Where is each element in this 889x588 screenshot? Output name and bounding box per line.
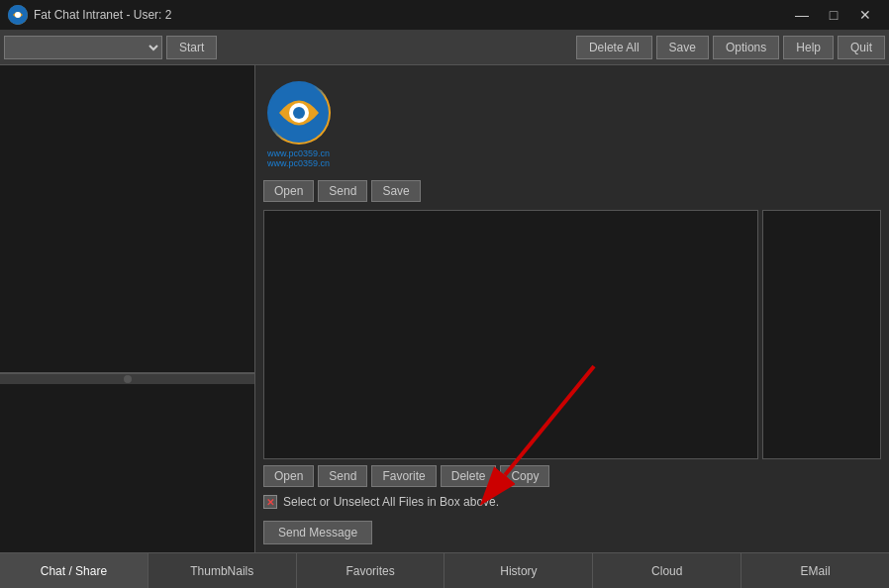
tab-chat-share[interactable]: Chat / Share xyxy=(0,553,148,588)
copy-button[interactable]: Copy xyxy=(500,465,549,487)
tab-favorites[interactable]: Favorites xyxy=(297,553,445,588)
watermark-line1: www.pc0359.cn xyxy=(267,148,330,158)
save-button-1[interactable]: Save xyxy=(371,180,420,202)
maximize-button[interactable]: □ xyxy=(818,5,849,25)
close-button[interactable]: ✕ xyxy=(849,5,881,25)
left-bottom-area xyxy=(0,384,254,552)
open-button-2[interactable]: Open xyxy=(263,465,314,487)
logo-area: www.pc0359.cn www.pc0359.cn xyxy=(263,73,881,172)
toolbar: Start Delete All Save Options Help Quit xyxy=(0,30,889,65)
files-side-box xyxy=(762,210,881,459)
tab-email[interactable]: EMail xyxy=(741,553,889,588)
start-button[interactable]: Start xyxy=(166,36,217,59)
title-bar-text: Fat Chat Intranet - User: 2 xyxy=(34,8,786,22)
user-select[interactable] xyxy=(4,36,162,59)
tab-thumbnails[interactable]: ThumbNails xyxy=(148,553,297,588)
checkbox-row: ✕ Select or Unselect All Files in Box ab… xyxy=(263,493,881,511)
svg-point-1 xyxy=(15,12,21,18)
tab-history[interactable]: History xyxy=(444,553,593,588)
select-all-checkbox[interactable]: ✕ xyxy=(263,495,277,509)
logo-circle xyxy=(267,81,331,145)
open-button-1[interactable]: Open xyxy=(263,180,314,202)
minimize-button[interactable]: — xyxy=(786,5,818,25)
send-button-1[interactable]: Send xyxy=(318,180,367,202)
favorite-button[interactable]: Favorite xyxy=(371,465,436,487)
save-button[interactable]: Save xyxy=(656,36,709,59)
files-area xyxy=(263,210,881,459)
left-divider xyxy=(0,374,254,384)
delete-button[interactable]: Delete xyxy=(441,465,497,487)
quit-button[interactable]: Quit xyxy=(838,36,885,59)
delete-all-button[interactable]: Delete All xyxy=(576,36,652,59)
file-btn-row1: Open Send Save xyxy=(263,178,881,204)
divider-dot xyxy=(124,375,132,383)
title-bar: Fat Chat Intranet - User: 2 — □ ✕ xyxy=(0,0,889,30)
right-panel: www.pc0359.cn www.pc0359.cn Open Send Sa… xyxy=(255,65,889,552)
tab-cloud[interactable]: Cloud xyxy=(593,553,741,588)
main-layout: www.pc0359.cn www.pc0359.cn Open Send Sa… xyxy=(0,65,889,552)
send-button-2[interactable]: Send xyxy=(318,465,367,487)
bottom-tabs: Chat / Share ThumbNails Favorites Histor… xyxy=(0,552,889,588)
send-message-button[interactable]: Send Message xyxy=(263,521,372,544)
left-top-area xyxy=(0,65,254,374)
options-button[interactable]: Options xyxy=(713,36,779,59)
watermark-line2: www.pc0359.cn xyxy=(267,158,330,168)
left-panel xyxy=(0,65,255,552)
title-bar-controls: — □ ✕ xyxy=(786,5,881,25)
files-main-box xyxy=(263,210,758,459)
help-button[interactable]: Help xyxy=(783,36,834,59)
app-logo xyxy=(8,5,28,25)
select-all-label: Select or Unselect All Files in Box abov… xyxy=(283,495,499,509)
svg-point-4 xyxy=(293,107,305,119)
file-btn-row2: Open Send Favorite Delete Copy xyxy=(263,465,881,487)
